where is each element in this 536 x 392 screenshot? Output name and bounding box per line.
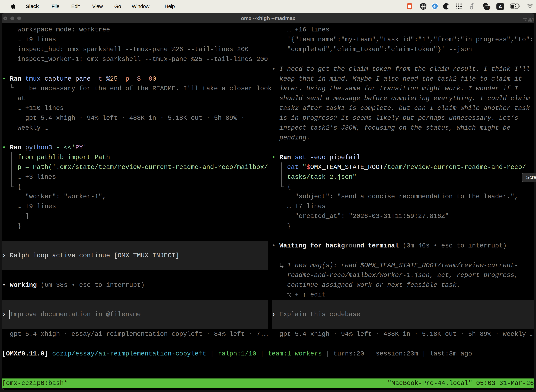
svg-text:A: A	[498, 4, 502, 9]
svg-text:..61: ..61	[485, 6, 490, 10]
svg-text:1: 1	[532, 17, 534, 23]
